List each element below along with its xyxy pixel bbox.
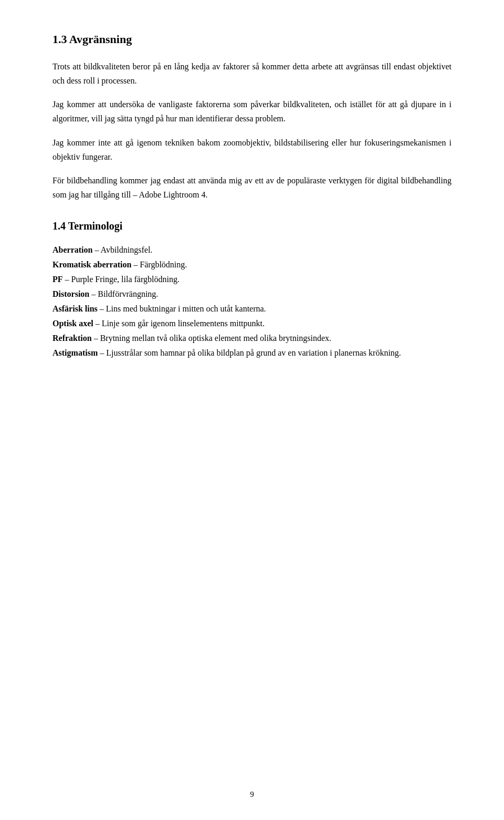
term-definition: – Bildförvrängning.: [89, 289, 158, 298]
paragraph-1: Trots att bildkvaliteten beror på en lån…: [52, 59, 452, 88]
term-item: Kromatisk aberration – Färgblödning.: [52, 257, 452, 272]
section-heading: 1.3 Avgränsning: [52, 32, 452, 48]
term-item: Refraktion – Brytning mellan två olika o…: [52, 331, 452, 346]
page: 1.3 Avgränsning Trots att bildkvaliteten…: [0, 0, 504, 820]
term-item: Astigmatism – Ljusstrålar som hamnar på …: [52, 346, 452, 360]
term-label: Astigmatism: [52, 348, 98, 357]
term-item: Aberration – Avbildningsfel.: [52, 243, 452, 257]
term-item: PF – Purple Fringe, lila färgblödning.: [52, 272, 452, 287]
term-definition: – Brytning mellan två olika optiska elem…: [92, 334, 331, 342]
term-label: Aberration: [52, 245, 92, 254]
term-label: Distorsion: [52, 289, 89, 298]
term-item: Asfärisk lins – Lins med buktningar i mi…: [52, 302, 452, 316]
term-label: Kromatisk aberration: [52, 260, 131, 269]
term-label: Asfärisk lins: [52, 304, 98, 313]
term-definition: – Linje som går igenom linselementens mi…: [93, 319, 265, 328]
paragraph-3: Jag kommer inte att gå igenom tekniken b…: [52, 136, 452, 164]
term-label: PF: [52, 275, 63, 284]
paragraph-4: För bildbehandling kommer jag endast att…: [52, 173, 452, 202]
term-item: Distorsion – Bildförvrängning.: [52, 287, 452, 302]
term-label: Optisk axel: [52, 319, 93, 328]
term-definition: – Ljusstrålar som hamnar på olika bildpl…: [98, 348, 401, 357]
term-definition: – Lins med buktningar i mitten och utåt …: [98, 304, 266, 313]
paragraph-2: Jag kommer att undersöka de vanligaste f…: [52, 97, 452, 126]
term-definition: – Avbildningsfel.: [92, 245, 152, 254]
term-label: Refraktion: [52, 334, 92, 342]
term-item: Optisk axel – Linje som går igenom linse…: [52, 316, 452, 331]
page-number: 9: [250, 790, 254, 799]
term-definition: – Färgblödning.: [131, 260, 187, 269]
terminology-list: Aberration – Avbildningsfel.Kromatisk ab…: [52, 243, 452, 360]
term-definition: – Purple Fringe, lila färgblödning.: [63, 275, 180, 284]
subsection-heading: 1.4 Terminologi: [52, 219, 452, 233]
